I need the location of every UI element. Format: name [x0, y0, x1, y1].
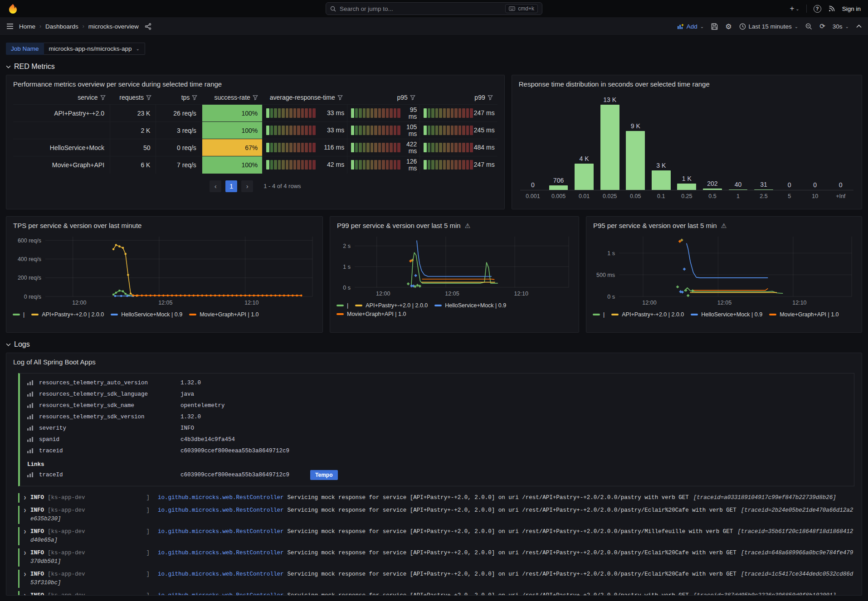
- stats-bars-icon[interactable]: [27, 380, 34, 385]
- filter-funnel-icon[interactable]: [253, 95, 258, 100]
- column-header-p99[interactable]: p99: [420, 91, 497, 105]
- page-prev-button[interactable]: ‹: [210, 180, 221, 192]
- column-header-service[interactable]: service: [13, 91, 110, 105]
- warning-icon[interactable]: ⚠: [721, 222, 727, 229]
- gauge-segment: [286, 160, 289, 170]
- news-icon[interactable]: [828, 5, 835, 12]
- settings-gear-icon[interactable]: ⚙: [725, 22, 731, 31]
- table-row[interactable]: Movie+Graph+API6 K7 req/s100%42 ms126 ms…: [13, 156, 497, 174]
- table-row[interactable]: 2 K3 req/s100%33 ms105 ms245 ms: [13, 122, 497, 139]
- field-name: resources_telemetry_sdk_name: [39, 402, 175, 409]
- time-range-picker[interactable]: Last 15 minutes⌄: [739, 23, 799, 30]
- legend-item[interactable]: Movie+Graph+API | 1.0: [189, 311, 258, 318]
- legend-swatch: [336, 313, 344, 315]
- legend-item[interactable]: HelloService+Mock | 0.9: [111, 311, 182, 318]
- table-row[interactable]: HelloService+Mock500 req/s67%116 ms422 m…: [13, 139, 497, 156]
- log-row[interactable]: ❯INFO[ks-app-dev]io.github.microcks.web.…: [18, 591, 854, 596]
- stats-bars-icon[interactable]: [27, 403, 34, 408]
- job-name-select[interactable]: microcks-app-ns/microcks-app⌄: [44, 43, 145, 55]
- legend-label: HelloService+Mock | 0.9: [445, 302, 506, 309]
- stats-bars-icon[interactable]: [27, 472, 34, 477]
- legend-item[interactable]: HelloService+Mock | 0.9: [691, 311, 762, 318]
- column-header-requests[interactable]: requests: [110, 91, 156, 105]
- column-header-success-rate[interactable]: success-rate: [202, 91, 262, 105]
- gauge-segment: [270, 160, 273, 170]
- log-row[interactable]: ❯INFO[ks-app-dev]io.github.microcks.web.…: [18, 493, 854, 503]
- axis-tick-label: 0.5: [700, 190, 726, 199]
- expand-caret-icon[interactable]: ❯: [24, 528, 26, 534]
- cell-average-response-time: 42 ms: [263, 156, 347, 174]
- legend-item[interactable]: API+Pastry+-+2.0 | 2.0.0: [611, 311, 684, 318]
- page-next-button[interactable]: ›: [241, 180, 253, 192]
- success-rate-badge: 100%: [202, 105, 262, 121]
- stats-bars-icon[interactable]: [27, 437, 34, 442]
- gauge-segment: [363, 108, 366, 118]
- add-panel-button[interactable]: Add⌄: [677, 23, 704, 30]
- stats-bars-icon[interactable]: [27, 426, 34, 431]
- stats-bars-icon[interactable]: [27, 392, 34, 397]
- menu-icon[interactable]: [6, 23, 14, 29]
- breadcrumb-dashboards[interactable]: Dashboards: [45, 23, 78, 30]
- zoom-out-icon[interactable]: [805, 23, 812, 30]
- filter-funnel-icon[interactable]: [410, 95, 415, 100]
- legend-item[interactable]: HelloService+Mock | 0.9: [434, 302, 506, 309]
- log-class-link[interactable]: io.github.microcks.web.RestController: [158, 592, 284, 596]
- breadcrumb-home[interactable]: Home: [19, 23, 35, 30]
- legend-item[interactable]: |: [336, 302, 348, 309]
- log-row[interactable]: ❯INFO[ks-app-dev]io.github.microcks.web.…: [18, 506, 854, 524]
- save-dashboard-icon[interactable]: [711, 23, 718, 30]
- log-class-link[interactable]: io.github.microcks.web.RestController: [158, 550, 284, 556]
- log-class-link[interactable]: io.github.microcks.web.RestController: [158, 571, 284, 577]
- expand-caret-icon[interactable]: ❯: [24, 591, 26, 596]
- log-row[interactable]: ❯INFO[ks-app-dev]io.github.microcks.web.…: [18, 548, 854, 567]
- stats-bars-icon[interactable]: [27, 414, 34, 419]
- refresh-interval-picker[interactable]: 30s⌄: [833, 23, 849, 30]
- share-icon[interactable]: [145, 23, 151, 30]
- search-bar[interactable]: Search or jump to... cmd+k: [326, 2, 542, 15]
- warning-icon[interactable]: ⚠: [465, 222, 471, 229]
- log-class-link[interactable]: io.github.microcks.web.RestController: [158, 528, 284, 535]
- column-header-tps[interactable]: tps: [156, 91, 202, 105]
- gauge-segment: [301, 143, 304, 152]
- filter-funnel-icon[interactable]: [146, 95, 151, 100]
- log-row[interactable]: ❯INFO[ks-app-dev]io.github.microcks.web.…: [18, 527, 854, 545]
- section-logs[interactable]: Logs: [6, 340, 862, 349]
- legend-item[interactable]: |: [13, 311, 24, 318]
- legend-item[interactable]: Movie+Graph+API | 1.0: [769, 311, 839, 318]
- cell-requests: 50: [110, 139, 156, 156]
- refresh-icon[interactable]: ⟳: [819, 22, 825, 30]
- page-1-button[interactable]: 1: [225, 180, 237, 192]
- expand-caret-icon[interactable]: ❯: [24, 570, 26, 577]
- gauge-segment: [462, 108, 465, 118]
- collapse-toolbar-icon[interactable]: [856, 24, 862, 28]
- legend-item[interactable]: API+Pastry+-+2.0 | 2.0.0: [355, 302, 428, 309]
- log-row[interactable]: ❯INFO[ks-app-dev]io.github.microcks.web.…: [18, 570, 854, 588]
- log-class-link[interactable]: io.github.microcks.web.RestController: [158, 494, 284, 501]
- column-header-p95[interactable]: p95: [347, 91, 420, 105]
- histogram-panel: Response time distribution in seconds ov…: [512, 75, 862, 209]
- log-class-link[interactable]: io.github.microcks.web.RestController: [158, 507, 284, 514]
- tempo-link-button[interactable]: Tempo: [310, 470, 337, 480]
- cell-tps: 0 req/s: [156, 139, 202, 156]
- log-level: INFO: [30, 494, 44, 501]
- time-series-svg: 0 req/s200 req/s400 req/s600 req/s12:001…: [8, 232, 319, 308]
- table-row[interactable]: API+Pastry+-+2.023 K26 req/s100%33 ms95 …: [13, 105, 497, 122]
- column-header-average-response-time[interactable]: average-response-time: [263, 91, 347, 105]
- expand-caret-icon[interactable]: ❯: [24, 549, 26, 556]
- expand-caret-icon[interactable]: ❯: [24, 506, 26, 513]
- stats-bars-icon[interactable]: [27, 448, 34, 453]
- grafana-logo[interactable]: [7, 3, 19, 15]
- filter-funnel-icon[interactable]: [192, 95, 197, 100]
- breadcrumb-current[interactable]: microcks-overview: [88, 23, 139, 30]
- section-red-metrics[interactable]: RED Metrics: [6, 63, 862, 71]
- legend-item[interactable]: Movie+Graph+API | 1.0: [336, 311, 406, 317]
- sign-in-button[interactable]: Sign in: [842, 5, 861, 12]
- filter-funnel-icon[interactable]: [488, 95, 493, 100]
- new-menu-button[interactable]: +⌄: [790, 4, 799, 13]
- expand-caret-icon[interactable]: ❯: [24, 494, 26, 500]
- help-icon[interactable]: ?: [814, 5, 821, 13]
- filter-funnel-icon[interactable]: [100, 95, 106, 100]
- legend-item[interactable]: API+Pastry+-+2.0 | 2.0.0: [31, 311, 104, 318]
- legend-item[interactable]: |: [593, 311, 605, 318]
- filter-funnel-icon[interactable]: [337, 95, 343, 100]
